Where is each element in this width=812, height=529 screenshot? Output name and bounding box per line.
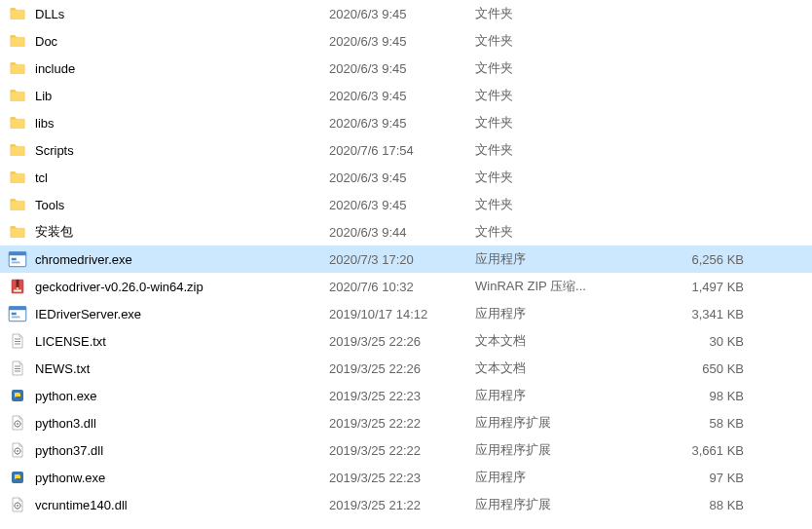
- file-date: 2020/6/3 9:44: [329, 225, 475, 240]
- file-row[interactable]: DLLs2020/6/3 9:45文件夹: [0, 0, 812, 27]
- file-date: 2020/7/6 10:32: [329, 280, 475, 294]
- file-row[interactable]: Lib2020/6/3 9:45文件夹: [0, 82, 812, 109]
- file-row[interactable]: vcruntime140.dll2019/3/25 21:22应用程序扩展88 …: [0, 491, 812, 518]
- exe-blue-icon: [8, 304, 27, 323]
- file-row[interactable]: geckodriver-v0.26.0-win64.zip2020/7/6 10…: [0, 273, 812, 300]
- file-name: Lib: [35, 89, 52, 103]
- file-name: libs: [35, 116, 55, 131]
- file-row[interactable]: python.exe2019/3/25 22:23应用程序98 KB: [0, 382, 812, 409]
- file-date: 2019/3/25 22:22: [329, 443, 475, 458]
- file-type: 应用程序: [475, 250, 631, 268]
- file-date: 2019/3/25 22:22: [329, 416, 475, 431]
- file-type: 文件夹: [475, 223, 631, 241]
- file-name: pythonw.exe: [35, 471, 105, 485]
- svg-point-25: [15, 473, 17, 475]
- file-row[interactable]: libs2020/6/3 9:45文件夹: [0, 109, 812, 136]
- svg-rect-9: [9, 307, 26, 311]
- folder-icon: [8, 86, 27, 105]
- file-name: LICENSE.txt: [35, 334, 106, 349]
- file-name: 安装包: [35, 223, 73, 241]
- svg-rect-3: [12, 262, 20, 264]
- file-name: python37.dll: [35, 443, 103, 458]
- file-date: 2019/3/25 21:22: [329, 498, 475, 512]
- file-size: 58 KB: [631, 416, 767, 431]
- file-row[interactable]: 安装包2020/6/3 9:44文件夹: [0, 218, 812, 246]
- file-type: 应用程序: [475, 387, 631, 404]
- txt-icon: [8, 331, 27, 351]
- svg-point-19: [15, 392, 17, 394]
- file-type: 应用程序: [475, 305, 631, 322]
- file-type: 文本文档: [475, 359, 631, 377]
- dll-icon: [8, 413, 27, 433]
- file-date: 2019/3/25 22:26: [329, 361, 475, 376]
- zip-icon: [8, 277, 27, 296]
- file-type: 文件夹: [475, 196, 631, 213]
- file-date: 2019/3/25 22:23: [329, 389, 475, 403]
- file-date: 2019/3/25 22:23: [329, 471, 475, 485]
- file-type: 应用程序扩展: [475, 441, 631, 459]
- file-row[interactable]: IEDriverServer.exe2019/10/17 14:12应用程序3,…: [0, 300, 812, 327]
- file-row[interactable]: tcl2020/6/3 9:45文件夹: [0, 164, 812, 191]
- file-date: 2020/6/3 9:45: [329, 61, 475, 76]
- file-date: 2019/3/25 22:26: [329, 334, 475, 349]
- file-row[interactable]: Tools2020/6/3 9:45文件夹: [0, 191, 812, 218]
- file-date: 2020/7/6 17:54: [329, 143, 475, 158]
- file-row[interactable]: LICENSE.txt2019/3/25 22:26文本文档30 KB: [0, 327, 812, 355]
- svg-rect-7: [14, 290, 21, 292]
- file-name: include: [35, 61, 75, 76]
- file-name: geckodriver-v0.26.0-win64.zip: [35, 280, 203, 294]
- file-row[interactable]: Scripts2020/7/6 17:54文件夹: [0, 136, 812, 164]
- py-icon: [8, 386, 27, 405]
- file-row[interactable]: pythonw.exe2019/3/25 22:23应用程序97 KB: [0, 464, 812, 491]
- dll-icon: [8, 495, 27, 514]
- file-type: 应用程序扩展: [475, 496, 631, 513]
- folder-icon: [8, 58, 27, 78]
- file-type: 文件夹: [475, 114, 631, 132]
- file-type: 文件夹: [475, 5, 631, 22]
- file-row[interactable]: python3.dll2019/3/25 22:22应用程序扩展58 KB: [0, 409, 812, 436]
- file-list[interactable]: DLLs2020/6/3 9:45文件夹Doc2020/6/3 9:45文件夹i…: [0, 0, 812, 518]
- file-name: python3.dll: [35, 416, 96, 431]
- file-row[interactable]: chromedriver.exe2020/7/3 17:20应用程序6,256 …: [0, 246, 812, 273]
- file-name: vcruntime140.dll: [35, 498, 128, 512]
- file-name: tcl: [35, 170, 48, 185]
- file-size: 650 KB: [631, 361, 767, 376]
- file-name: DLLs: [35, 7, 64, 21]
- folder-icon: [8, 140, 27, 160]
- folder-icon: [8, 195, 27, 214]
- file-size: 97 KB: [631, 471, 767, 485]
- file-row[interactable]: Doc2020/6/3 9:45文件夹: [0, 27, 812, 55]
- file-name: Doc: [35, 34, 57, 49]
- file-type: 应用程序扩展: [475, 414, 631, 432]
- file-row[interactable]: python37.dll2019/3/25 22:22应用程序扩展3,661 K…: [0, 436, 812, 464]
- file-size: 30 KB: [631, 334, 767, 349]
- file-name: NEWS.txt: [35, 361, 90, 376]
- txt-icon: [8, 359, 27, 378]
- folder-icon: [8, 222, 27, 242]
- file-row[interactable]: include2020/6/3 9:45文件夹: [0, 55, 812, 82]
- file-date: 2020/6/3 9:45: [329, 34, 475, 49]
- file-type: 文件夹: [475, 169, 631, 186]
- folder-icon: [8, 4, 27, 23]
- file-row[interactable]: NEWS.txt2019/3/25 22:26文本文档650 KB: [0, 355, 812, 382]
- file-type: 应用程序: [475, 469, 631, 486]
- file-type: 文件夹: [475, 87, 631, 104]
- file-size: 3,661 KB: [631, 443, 767, 458]
- file-type: 文件夹: [475, 59, 631, 77]
- file-size: 1,497 KB: [631, 280, 767, 294]
- file-name: Scripts: [35, 143, 74, 158]
- dll-icon: [8, 440, 27, 460]
- file-date: 2020/7/3 17:20: [329, 252, 475, 267]
- svg-rect-1: [9, 252, 26, 256]
- file-name: python.exe: [35, 389, 97, 403]
- file-type: 文本文档: [475, 332, 631, 350]
- svg-point-6: [17, 287, 18, 289]
- file-date: 2020/6/3 9:45: [329, 198, 475, 212]
- file-size: 3,341 KB: [631, 307, 767, 321]
- file-type: 文件夹: [475, 32, 631, 50]
- file-date: 2020/6/3 9:45: [329, 116, 475, 131]
- file-name: Tools: [35, 198, 64, 212]
- svg-point-23: [17, 450, 18, 452]
- svg-rect-10: [12, 313, 17, 316]
- file-date: 2020/6/3 9:45: [329, 7, 475, 21]
